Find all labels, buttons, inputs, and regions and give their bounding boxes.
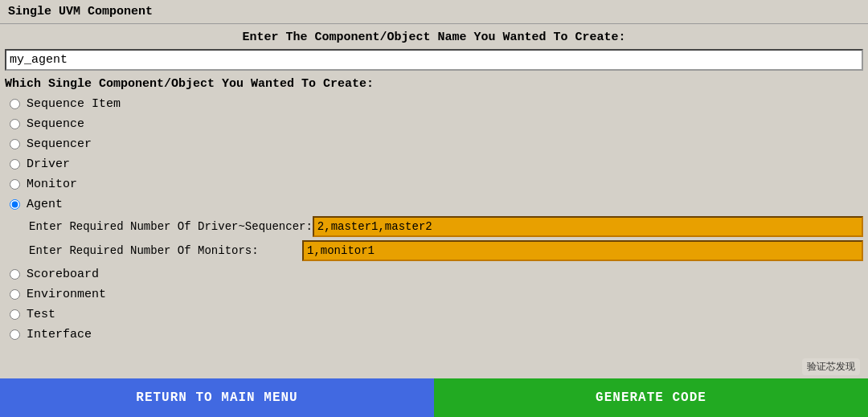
monitors-label: Enter Required Number Of Monitors: xyxy=(29,244,302,257)
monitors-row: Enter Required Number Of Monitors: xyxy=(29,240,863,261)
return-to-main-menu-button[interactable]: RETURN TO MAIN MENU xyxy=(0,378,434,417)
option-interface[interactable]: Interface xyxy=(5,325,863,345)
component-name-input[interactable] xyxy=(5,49,863,71)
label-monitor: Monitor xyxy=(27,178,77,191)
radio-driver[interactable] xyxy=(10,159,20,170)
option-sequence-item[interactable]: Sequence Item xyxy=(5,94,863,114)
radio-agent[interactable] xyxy=(10,199,20,210)
label-scoreboard: Scoreboard xyxy=(27,268,99,281)
label-environment: Environment xyxy=(27,288,106,301)
bottom-bar: RETURN TO MAIN MENU GENERATE CODE xyxy=(0,378,868,417)
option-environment[interactable]: Environment xyxy=(5,284,863,305)
window-title: Single UVM Component xyxy=(8,5,153,18)
option-sequencer[interactable]: Sequencer xyxy=(5,134,863,154)
radio-test[interactable] xyxy=(10,309,20,320)
options-list: Sequence Item Sequence Sequencer Driver … xyxy=(0,94,868,378)
label-test: Test xyxy=(27,308,55,321)
label-interface: Interface xyxy=(27,328,92,341)
label-driver: Driver xyxy=(27,157,70,171)
label-sequencer: Sequencer xyxy=(27,137,92,151)
subtitle-text: Enter The Component/Object Name You Want… xyxy=(0,24,868,49)
label-agent: Agent xyxy=(27,198,63,211)
generate-code-button[interactable]: GENERATE CODE xyxy=(434,378,868,417)
monitors-input[interactable] xyxy=(302,240,863,261)
option-sequence[interactable]: Sequence xyxy=(5,114,863,134)
radio-interface[interactable] xyxy=(10,329,20,340)
label-sequence-item: Sequence Item xyxy=(27,97,121,111)
radio-scoreboard[interactable] xyxy=(10,269,20,280)
driver-sequencer-row: Enter Required Number Of Driver~Sequence… xyxy=(29,216,863,237)
section-label: Which Single Component/Object You Wanted… xyxy=(0,74,868,94)
option-agent[interactable]: Agent xyxy=(5,194,863,215)
driver-sequencer-label: Enter Required Number Of Driver~Sequence… xyxy=(29,220,313,233)
driver-sequencer-input[interactable] xyxy=(313,216,863,237)
radio-sequence[interactable] xyxy=(10,119,20,129)
agent-sub-section: Enter Required Number Of Driver~Sequence… xyxy=(29,216,863,261)
radio-sequencer[interactable] xyxy=(10,139,20,149)
option-driver[interactable]: Driver xyxy=(5,154,863,174)
option-scoreboard[interactable]: Scoreboard xyxy=(5,264,863,284)
option-monitor[interactable]: Monitor xyxy=(5,174,863,194)
name-input-row xyxy=(0,49,868,74)
radio-environment[interactable] xyxy=(10,289,20,300)
option-test[interactable]: Test xyxy=(5,305,863,325)
label-sequence: Sequence xyxy=(27,117,84,131)
title-bar: Single UVM Component xyxy=(0,0,868,24)
radio-sequence-item[interactable] xyxy=(10,99,20,109)
radio-monitor[interactable] xyxy=(10,179,20,190)
main-window: Single UVM Component Enter The Component… xyxy=(0,0,868,417)
